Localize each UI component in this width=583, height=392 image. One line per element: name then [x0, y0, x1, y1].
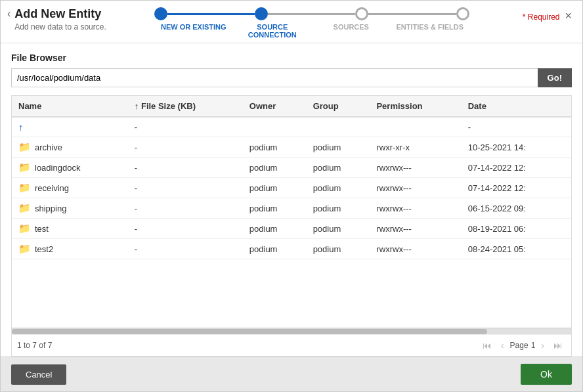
dialog-content: File Browser Go! Name ↑ File Size (KB) O… — [1, 43, 582, 357]
path-bar: Go! — [11, 68, 572, 87]
table-row[interactable]: 📁test-podiumpodiumrwxrwx---08-19-2021 06… — [12, 219, 571, 239]
folder-icon: 📁 — [18, 162, 31, 173]
cancel-button[interactable]: Cancel — [11, 364, 66, 385]
col-permission[interactable]: Permission — [370, 96, 461, 117]
step-label-2: SOURCE CONNECTION — [233, 23, 312, 39]
dialog-title: Add New Entity — [14, 7, 106, 21]
file-group-cell — [307, 117, 370, 137]
folder-icon: 📁 — [18, 141, 31, 153]
stepper-track — [154, 7, 469, 20]
folder-icon: 📁 — [18, 202, 31, 214]
file-size-cell: - — [128, 178, 243, 198]
file-date-cell: - — [462, 117, 571, 137]
step-line-3 — [368, 13, 456, 15]
file-date-cell: 08-19-2021 06: — [462, 219, 571, 239]
step-circle-3 — [355, 7, 368, 20]
file-size-cell: - — [128, 158, 243, 178]
horizontal-scrollbar[interactable] — [12, 328, 571, 334]
step-label-3: SOURCES — [312, 23, 391, 39]
file-size-cell: - — [128, 117, 243, 137]
col-name[interactable]: Name — [12, 96, 128, 117]
file-permission-cell: rwxrwx--- — [370, 219, 461, 239]
table-row[interactable]: 📁receiving-podiumpodiumrwxrwx---07-14-20… — [12, 178, 571, 198]
file-date-cell: 06-15-2022 09: — [462, 198, 571, 219]
prev-page-button[interactable]: ‹ — [498, 339, 507, 352]
step-label-1: NEW OR EXISTING — [154, 23, 233, 39]
file-owner-cell: podium — [243, 219, 307, 239]
page-number: 1 — [531, 341, 536, 350]
file-group-cell: podium — [307, 239, 370, 259]
table-row[interactable]: ↑-- — [12, 117, 571, 137]
file-owner-cell: podium — [243, 178, 307, 198]
file-name-label: shipping — [35, 204, 66, 213]
stepper: NEW OR EXISTING SOURCE CONNECTION SOURCE… — [106, 7, 517, 43]
file-permission-cell: rwxrwx--- — [370, 239, 461, 259]
file-size-cell: - — [128, 239, 243, 259]
pagination: 1 to 7 of 7 ⏮ ‹ Page 1 › ⏭ — [12, 334, 571, 356]
file-name-label: test2 — [35, 244, 53, 254]
step-circle-1 — [154, 7, 167, 20]
file-owner-cell: podium — [243, 158, 307, 178]
path-input[interactable] — [11, 68, 538, 87]
stepper-labels: NEW OR EXISTING SOURCE CONNECTION SOURCE… — [154, 23, 469, 39]
col-date[interactable]: Date — [462, 96, 571, 117]
file-owner-cell: podium — [243, 198, 307, 219]
file-permission-cell: rwxr-xr-x — [370, 137, 461, 158]
col-owner[interactable]: Owner — [243, 96, 307, 117]
file-group-cell: podium — [307, 158, 370, 178]
required-note: * Required — [517, 7, 560, 22]
step-circle-4 — [456, 7, 469, 20]
file-date-cell: 07-14-2022 12: — [462, 178, 571, 198]
file-name-label: loadingdock — [35, 163, 80, 173]
first-page-button[interactable]: ⏮ — [479, 339, 495, 352]
file-size-cell: - — [128, 137, 243, 158]
dialog-subtitle: Add new data to a source. — [14, 22, 106, 32]
file-date-cell: 10-25-2021 14: — [462, 137, 571, 158]
file-group-cell: podium — [307, 198, 370, 219]
back-button[interactable]: ‹ — [7, 7, 14, 19]
table-scroll[interactable]: Name ↑ File Size (KB) Owner Group Permis… — [12, 96, 571, 328]
file-permission-cell: rwxrwx--- — [370, 198, 461, 219]
header-left: Add New Entity Add new data to a source. — [14, 7, 106, 32]
step-label-4: ENTITIES & FIELDS — [391, 23, 469, 39]
close-button[interactable]: × — [559, 10, 572, 22]
file-group-cell: podium — [307, 137, 370, 158]
folder-icon: 📁 — [18, 223, 31, 234]
file-table: Name ↑ File Size (KB) Owner Group Permis… — [12, 96, 571, 259]
folder-icon: 📁 — [18, 243, 31, 255]
file-permission-cell: rwxrwx--- — [370, 178, 461, 198]
file-name-cell: ↑ — [12, 117, 128, 137]
file-name-label: test — [35, 224, 49, 234]
dialog-header: ‹ Add New Entity Add new data to a sourc… — [1, 1, 582, 43]
file-name-label: archive — [35, 142, 62, 152]
file-name-cell: 📁test2 — [12, 239, 128, 259]
file-permission-cell: rwxrwx--- — [370, 158, 461, 178]
table-row[interactable]: 📁test2-podiumpodiumrwxrwx---08-24-2021 0… — [12, 239, 571, 259]
file-name-cell: 📁archive — [12, 137, 128, 158]
step-circle-2 — [255, 7, 268, 20]
col-group[interactable]: Group — [307, 96, 370, 117]
file-name-cell: 📁loadingdock — [12, 158, 128, 178]
page-label: Page — [510, 341, 529, 350]
last-page-button[interactable]: ⏭ — [550, 339, 566, 352]
table-row[interactable]: 📁archive-podiumpodiumrwxr-xr-x10-25-2021… — [12, 137, 571, 158]
file-date-cell: 08-24-2021 05: — [462, 239, 571, 259]
file-owner-cell — [243, 117, 307, 137]
file-date-cell: 07-14-2022 12: — [462, 158, 571, 178]
file-size-cell: - — [128, 219, 243, 239]
ok-button[interactable]: Ok — [521, 364, 572, 385]
file-table-wrapper: Name ↑ File Size (KB) Owner Group Permis… — [11, 95, 572, 357]
next-page-button[interactable]: › — [538, 339, 548, 352]
dialog-footer: Cancel Ok — [1, 357, 582, 391]
up-arrow-icon: ↑ — [18, 121, 24, 133]
file-browser-title: File Browser — [11, 53, 572, 63]
table-header-row: Name ↑ File Size (KB) Owner Group Permis… — [12, 96, 571, 117]
file-name-cell: 📁shipping — [12, 198, 128, 219]
table-row[interactable]: 📁loadingdock-podiumpodiumrwxrwx---07-14-… — [12, 158, 571, 178]
col-size[interactable]: ↑ File Size (KB) — [128, 96, 243, 117]
add-new-entity-dialog: ‹ Add New Entity Add new data to a sourc… — [0, 0, 583, 392]
file-group-cell: podium — [307, 219, 370, 239]
table-row[interactable]: 📁shipping-podiumpodiumrwxrwx---06-15-202… — [12, 198, 571, 219]
go-button[interactable]: Go! — [538, 68, 572, 87]
file-group-cell: podium — [307, 178, 370, 198]
